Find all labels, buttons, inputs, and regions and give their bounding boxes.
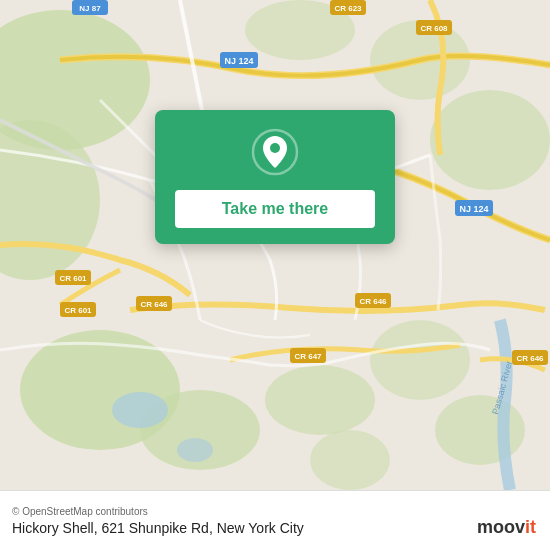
svg-point-6 bbox=[370, 320, 470, 400]
copyright-text: © OpenStreetMap contributors bbox=[12, 506, 538, 517]
take-me-there-button[interactable]: Take me there bbox=[175, 190, 375, 228]
location-pin-icon bbox=[251, 128, 299, 176]
bottom-bar: © OpenStreetMap contributors Hickory She… bbox=[0, 490, 550, 550]
location-name: Hickory Shell, 621 Shunpike Rd, New York… bbox=[12, 520, 538, 536]
svg-text:CR 646: CR 646 bbox=[359, 297, 387, 306]
svg-text:CR 601: CR 601 bbox=[64, 306, 92, 315]
moovit-logo: moovit bbox=[477, 517, 536, 538]
svg-point-5 bbox=[265, 365, 375, 435]
svg-text:CR 646: CR 646 bbox=[516, 354, 544, 363]
svg-point-13 bbox=[177, 438, 213, 462]
svg-point-7 bbox=[435, 395, 525, 465]
svg-point-39 bbox=[270, 143, 280, 153]
svg-text:CR 646: CR 646 bbox=[140, 300, 168, 309]
svg-text:CR 601: CR 601 bbox=[59, 274, 87, 283]
svg-text:NJ 124: NJ 124 bbox=[224, 56, 253, 66]
svg-text:NJ 87: NJ 87 bbox=[79, 4, 101, 13]
location-card: Take me there bbox=[155, 110, 395, 244]
svg-text:CR 647: CR 647 bbox=[294, 352, 322, 361]
svg-text:NJ 124: NJ 124 bbox=[459, 204, 488, 214]
map-svg: NJ 124 NJ 124 CR 608 CR 601 CR 601 NJ 87… bbox=[0, 0, 550, 490]
map-view: NJ 124 NJ 124 CR 608 CR 601 CR 601 NJ 87… bbox=[0, 0, 550, 490]
svg-point-8 bbox=[310, 430, 390, 490]
svg-text:CR 608: CR 608 bbox=[420, 24, 448, 33]
svg-text:CR 623: CR 623 bbox=[334, 4, 362, 13]
svg-point-9 bbox=[430, 90, 550, 190]
svg-point-12 bbox=[112, 392, 168, 428]
